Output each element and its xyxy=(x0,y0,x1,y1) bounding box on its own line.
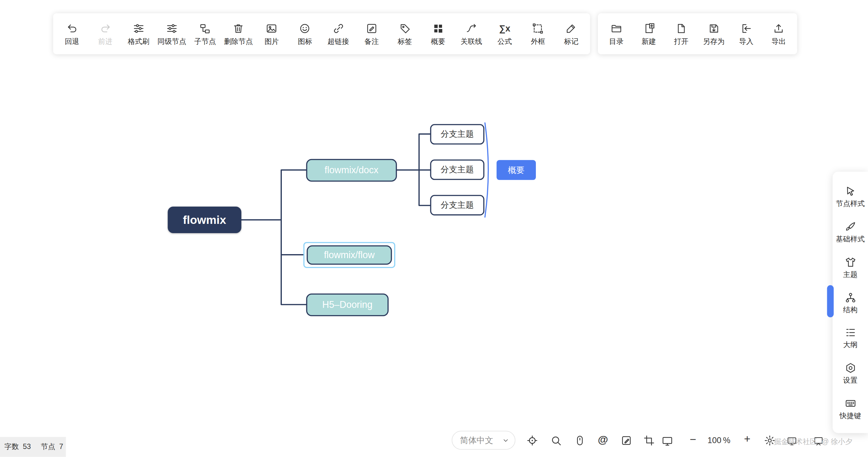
icon-button[interactable]: 图标 xyxy=(288,23,322,45)
sidebar-item-structure[interactable]: 结构 xyxy=(843,292,858,313)
sidebar-label-shortcuts: 快捷键 xyxy=(840,412,861,419)
locate-icon[interactable] xyxy=(527,435,538,447)
sidebar-item-theme[interactable]: 主题 xyxy=(843,256,858,278)
tag-icon xyxy=(399,23,411,35)
right-sidebar: 节点样式 基础样式 主题 结构 大纲 设置 快捷键 xyxy=(833,172,868,433)
sibling-node-button[interactable]: 同级节点 xyxy=(155,23,189,45)
summary-brace xyxy=(485,123,488,217)
outer-frame-button[interactable]: 外框 xyxy=(521,23,555,45)
status-bar: 字数 53 节点 7 xyxy=(0,437,66,457)
undo-button[interactable]: 回退 xyxy=(55,23,89,45)
note-button[interactable]: 备注 xyxy=(355,23,388,45)
child-node-3[interactable]: 分支主题 xyxy=(430,195,484,215)
watermark-text-right: @ 徐小夕 xyxy=(822,437,852,447)
sibling-node-label: 同级节点 xyxy=(157,38,186,45)
delete-node-icon xyxy=(233,23,245,35)
sidebar-label-structure: 结构 xyxy=(843,306,858,313)
zoom-unit: % xyxy=(723,435,730,445)
zoom-in-button[interactable]: + xyxy=(744,433,750,444)
redo-icon xyxy=(99,23,111,35)
theme-icon xyxy=(844,256,856,268)
sidebar-item-outline[interactable]: 大纲 xyxy=(843,327,858,348)
note-label: 备注 xyxy=(364,38,379,45)
word-count: 字数 53 xyxy=(4,442,31,452)
mark-button[interactable]: 标记 xyxy=(555,23,588,45)
sidebar-label-node-style: 节点样式 xyxy=(836,200,865,207)
sidebar-label-base-style: 基础样式 xyxy=(836,235,865,242)
branch-node-flow[interactable]: flowmix/flow xyxy=(307,245,392,265)
undo-label: 回退 xyxy=(65,38,79,45)
child-node-2[interactable]: 分支主题 xyxy=(430,159,484,180)
tag-button[interactable]: 标签 xyxy=(388,23,422,45)
import-icon xyxy=(741,23,752,35)
sidebar-label-outline: 大纲 xyxy=(843,341,858,348)
export-icon xyxy=(773,23,785,35)
open-file-icon xyxy=(675,23,687,35)
open-file-button[interactable]: 打开 xyxy=(665,23,697,45)
child-node-label: 子节点 xyxy=(194,38,216,45)
image-button[interactable]: 图片 xyxy=(255,23,288,45)
branch-node-dooring[interactable]: H5–Dooring xyxy=(306,294,389,316)
relation-line-icon xyxy=(465,23,477,35)
image-label: 图片 xyxy=(265,38,279,45)
app-viewport: 回退 前进 格式刷 同级节点 子节点 删除节点 图片 图标 xyxy=(0,0,868,457)
formula-button[interactable]: ∑x 公式 xyxy=(488,23,521,45)
sibling-node-icon xyxy=(166,23,178,35)
outer-frame-icon xyxy=(532,23,544,35)
sidebar-label-settings: 设置 xyxy=(843,377,858,384)
mention-icon[interactable]: @ xyxy=(598,433,608,446)
crop-icon[interactable] xyxy=(643,435,655,447)
format-painter-button[interactable]: 格式刷 xyxy=(122,23,155,45)
formula-icon: ∑x xyxy=(499,23,510,35)
relation-line-label: 关联线 xyxy=(461,38,482,45)
redo-label: 前进 xyxy=(98,38,113,45)
delete-node-button[interactable]: 删除节点 xyxy=(222,23,255,45)
icon-label: 图标 xyxy=(298,38,312,45)
search-icon[interactable] xyxy=(550,435,562,447)
settings-icon xyxy=(844,362,856,374)
selection-box[interactable]: flowmix/flow xyxy=(304,242,395,268)
directory-button[interactable]: 目录 xyxy=(600,23,632,45)
export-button[interactable]: 导出 xyxy=(763,23,795,45)
child-node-button[interactable]: 子节点 xyxy=(189,23,222,45)
sidebar-item-shortcuts[interactable]: 快捷键 xyxy=(840,398,861,419)
sidebar-item-settings[interactable]: 设置 xyxy=(843,362,858,384)
undo-icon xyxy=(66,23,78,35)
relation-line-button[interactable]: 关联线 xyxy=(455,23,488,45)
new-file-icon xyxy=(643,23,655,35)
child-node-1[interactable]: 分支主题 xyxy=(430,124,484,145)
root-node[interactable]: flowmix xyxy=(167,207,241,233)
directory-label: 目录 xyxy=(609,38,623,45)
emoji-icon xyxy=(299,23,311,35)
summary-node[interactable]: 概要 xyxy=(497,160,536,180)
hyperlink-label: 超链接 xyxy=(328,38,349,45)
new-file-button[interactable]: 新建 xyxy=(632,23,665,45)
file-toolbar: 目录 新建 打开 另存为 导入 导出 xyxy=(598,13,797,54)
zoom-out-button[interactable]: − xyxy=(690,433,696,445)
child-node-icon xyxy=(199,23,211,35)
tag-label: 标签 xyxy=(398,38,412,45)
redo-button[interactable]: 前进 xyxy=(89,23,122,45)
import-button[interactable]: 导入 xyxy=(730,23,763,45)
open-file-label: 打开 xyxy=(674,38,689,45)
folder-icon xyxy=(611,23,622,35)
mouse-icon[interactable] xyxy=(574,435,586,447)
mark-icon xyxy=(565,23,577,35)
branch-node-docx[interactable]: flowmix/docx xyxy=(306,159,397,182)
outline-icon xyxy=(844,327,856,339)
hyperlink-button[interactable]: 超链接 xyxy=(322,23,355,45)
node-style-icon xyxy=(844,186,856,197)
new-file-label: 新建 xyxy=(642,38,656,45)
summary-button[interactable]: 概要 xyxy=(421,23,455,45)
save-as-label: 另存为 xyxy=(703,38,724,45)
presentation-icon[interactable] xyxy=(661,435,673,447)
sidebar-item-base-style[interactable]: 基础样式 xyxy=(836,221,865,242)
sidebar-item-node-style[interactable]: 节点样式 xyxy=(836,186,865,207)
language-select[interactable]: 简体中文 xyxy=(452,431,515,450)
import-label: 导入 xyxy=(739,38,753,45)
edit-square-icon[interactable] xyxy=(620,435,632,447)
save-as-button[interactable]: 另存为 xyxy=(698,23,730,45)
node-count: 节点 7 xyxy=(41,442,63,452)
keyboard-icon xyxy=(844,398,856,409)
mindmap-app: 回退 前进 格式刷 同级节点 子节点 删除节点 图片 图标 xyxy=(0,0,868,457)
